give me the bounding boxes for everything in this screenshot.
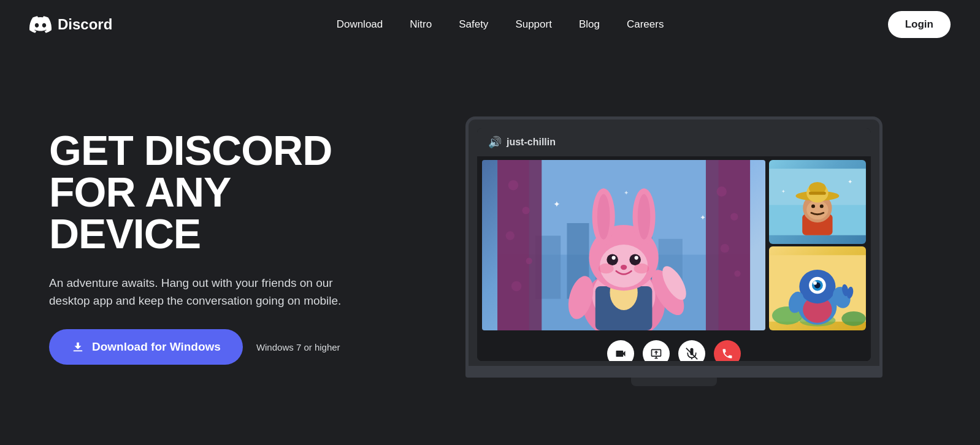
svg-point-18 (730, 213, 738, 220)
laptop-illustration: 🔊 just-chillin (465, 116, 882, 378)
phone-hangup-icon (721, 348, 733, 360)
vc-channel-header: 🔊 just-chillin (477, 128, 871, 156)
share-screen-button[interactable] (643, 340, 670, 361)
svg-rect-0 (74, 351, 83, 352)
svg-text:✦: ✦ (624, 189, 629, 196)
nav-download[interactable]: Download (337, 18, 383, 31)
svg-point-35 (629, 254, 641, 265)
video-grid: ✦ ✦ ✦ (477, 156, 871, 334)
hero-subtitle: An adventure awaits. Hang out with your … (49, 274, 343, 310)
svg-point-17 (716, 186, 726, 196)
svg-point-38 (621, 265, 627, 270)
svg-point-12 (508, 180, 518, 190)
svg-point-59 (842, 311, 866, 326)
svg-point-37 (635, 256, 638, 260)
svg-point-33 (638, 194, 651, 240)
nav-safety[interactable]: Safety (459, 18, 488, 31)
discord-logo-icon (29, 13, 52, 36)
logo-area: Discord (29, 13, 112, 36)
svg-point-34 (607, 254, 618, 265)
hero-title: GET DISCORD FOR ANY DEVICE (49, 129, 380, 254)
svg-point-67 (813, 281, 817, 285)
nav-careers[interactable]: Careers (627, 18, 664, 31)
call-controls (477, 334, 871, 361)
download-arrow-icon (71, 340, 85, 354)
camera-icon (614, 348, 627, 360)
vc-channel-name: just-chillin (507, 137, 556, 148)
svg-point-15 (526, 258, 532, 264)
svg-point-31 (597, 194, 610, 240)
speaker-icon: 🔊 (488, 135, 502, 149)
hero-right: 🔊 just-chillin (417, 116, 931, 378)
laptop-base (465, 369, 882, 378)
svg-rect-56 (809, 192, 826, 195)
svg-point-16 (511, 281, 521, 291)
header: Discord Download Nitro Safety Support Bl… (0, 0, 980, 49)
svg-text:✦: ✦ (781, 189, 786, 194)
cta-row: Download for Windows Windows 7 or higher (49, 329, 380, 365)
monster-character-svg (769, 246, 866, 330)
mute-button[interactable] (678, 340, 705, 361)
main-content: GET DISCORD FOR ANY DEVICE An adventure … (0, 49, 980, 445)
laptop-shell: 🔊 just-chillin (465, 116, 882, 369)
rabbit-character-svg: ✦ ✦ ✦ (482, 160, 765, 330)
svg-point-36 (612, 256, 616, 260)
sombrero-character-svg: ✦ ✦ (769, 160, 866, 244)
hero-left: GET DISCORD FOR ANY DEVICE An adventure … (49, 129, 380, 365)
download-windows-button[interactable]: Download for Windows (49, 329, 243, 365)
svg-point-19 (721, 244, 729, 253)
camera-button[interactable] (607, 340, 634, 361)
svg-text:✦: ✦ (848, 178, 852, 185)
download-button-label: Download for Windows (92, 340, 221, 354)
svg-point-39 (599, 264, 614, 273)
nav-support[interactable]: Support (515, 18, 552, 31)
side-video-list: ✦ ✦ (767, 156, 871, 334)
side-video-tile-2 (769, 246, 866, 330)
svg-point-51 (811, 204, 815, 208)
nav-nitro[interactable]: Nitro (410, 18, 432, 31)
main-nav: Download Nitro Safety Support Blog Caree… (337, 18, 664, 31)
share-screen-icon (650, 348, 662, 360)
mute-mic-icon (686, 348, 698, 360)
main-video-tile: ✦ ✦ ✦ (482, 160, 765, 330)
laptop-screen: 🔊 just-chillin (477, 128, 871, 361)
svg-point-40 (634, 264, 649, 273)
svg-point-14 (506, 231, 515, 240)
svg-point-20 (734, 270, 740, 276)
svg-point-50 (806, 200, 828, 220)
svg-text:✦: ✦ (553, 199, 561, 209)
side-video-tile-1: ✦ ✦ (769, 160, 866, 244)
nav-blog[interactable]: Blog (579, 18, 600, 31)
svg-point-13 (522, 207, 529, 214)
hang-up-button[interactable] (714, 340, 741, 361)
svg-text:✦: ✦ (700, 213, 706, 222)
login-button[interactable]: Login (888, 11, 951, 38)
os-requirement-note: Windows 7 or higher (256, 342, 340, 352)
logo-text: Discord (58, 16, 112, 33)
svg-point-52 (820, 204, 824, 208)
